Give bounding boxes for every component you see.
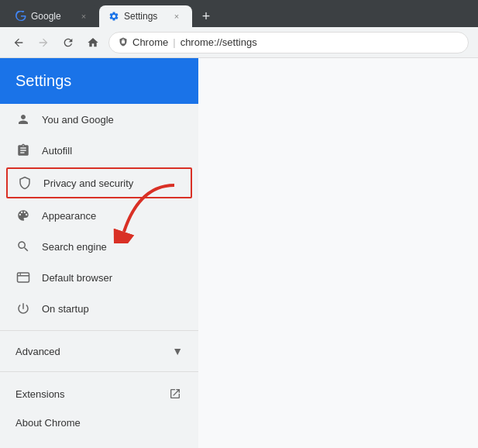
sidebar-item-appearance[interactable]: Appearance bbox=[0, 200, 198, 231]
tab-settings[interactable]: Settings × bbox=[99, 5, 192, 27]
shield-icon bbox=[17, 175, 33, 191]
content-area bbox=[198, 58, 478, 448]
sidebar-item-label: You and Google bbox=[42, 114, 114, 126]
reload-button[interactable] bbox=[59, 33, 77, 52]
sidebar-item-label: Autofill bbox=[42, 145, 72, 157]
advanced-label: Advanced bbox=[15, 346, 60, 357]
external-link-icon bbox=[167, 386, 183, 401]
tab-google[interactable]: Google × bbox=[6, 5, 99, 27]
settings-header: Settings bbox=[0, 58, 198, 104]
search-icon bbox=[15, 239, 31, 254]
tab-settings-close-button[interactable]: × bbox=[170, 10, 183, 22]
palette-icon bbox=[15, 208, 31, 223]
extensions-label: Extensions bbox=[15, 388, 65, 400]
person-icon bbox=[15, 112, 31, 127]
sidebar-item-privacy-and-security[interactable]: Privacy and security bbox=[6, 167, 192, 198]
settings-title: Settings bbox=[15, 72, 71, 89]
sidebar-item-label: Privacy and security bbox=[43, 177, 133, 189]
sidebar-item-autofill[interactable]: Autofill bbox=[0, 135, 198, 166]
svg-rect-1 bbox=[18, 273, 29, 282]
settings-gear-icon bbox=[108, 11, 119, 22]
browser-icon bbox=[15, 270, 31, 285]
sidebar-item-label: Appearance bbox=[42, 210, 96, 222]
google-favicon-icon bbox=[15, 11, 26, 22]
sidebar: Settings You and Google bbox=[0, 58, 198, 448]
browser-titlebar: Google × Settings × + bbox=[0, 0, 478, 27]
back-button[interactable] bbox=[9, 33, 28, 52]
new-tab-button[interactable]: + bbox=[195, 5, 217, 27]
tab-settings-label: Settings bbox=[124, 11, 157, 22]
tab-google-label: Google bbox=[31, 11, 61, 22]
sidebar-item-label: Search engine bbox=[42, 241, 107, 253]
tab-google-close-button[interactable]: × bbox=[77, 10, 90, 22]
sidebar-item-extensions[interactable]: Extensions bbox=[0, 378, 198, 409]
sidebar-item-advanced[interactable]: Advanced ▼ bbox=[0, 337, 198, 365]
site-info-icon bbox=[119, 37, 128, 48]
about-chrome-label: About Chrome bbox=[15, 417, 81, 429]
clipboard-icon bbox=[15, 143, 31, 158]
url-separator: | bbox=[173, 36, 175, 48]
sidebar-items-container: You and Google Autofill Privacy and secu… bbox=[0, 104, 198, 436]
forward-button[interactable] bbox=[34, 33, 53, 52]
sidebar-item-on-startup[interactable]: On startup bbox=[0, 293, 198, 324]
url-text: chrome://settings bbox=[181, 36, 257, 48]
sidebar-divider-2 bbox=[0, 371, 198, 372]
sidebar-item-you-and-google[interactable]: You and Google bbox=[0, 104, 198, 135]
sidebar-divider bbox=[0, 330, 198, 331]
sidebar-item-search-engine[interactable]: Search engine bbox=[0, 231, 198, 262]
address-bar: Chrome | chrome://settings bbox=[0, 27, 478, 58]
sidebar-item-label: On startup bbox=[42, 303, 89, 315]
sidebar-item-label: Default browser bbox=[42, 272, 112, 284]
url-site-label: Chrome bbox=[132, 36, 168, 48]
url-bar[interactable]: Chrome | chrome://settings bbox=[108, 32, 469, 53]
sidebar-item-default-browser[interactable]: Default browser bbox=[0, 262, 198, 293]
main-layout: Settings You and Google bbox=[0, 58, 478, 448]
chevron-down-icon: ▼ bbox=[172, 345, 183, 357]
power-icon bbox=[15, 301, 31, 316]
sidebar-item-about-chrome[interactable]: About Chrome bbox=[0, 409, 198, 436]
home-button[interactable] bbox=[84, 33, 102, 52]
